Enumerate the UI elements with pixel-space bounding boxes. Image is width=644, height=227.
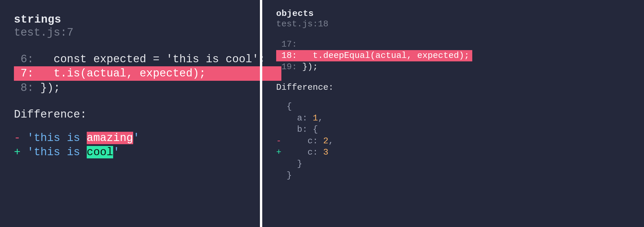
string-diff: - 'this is amazing' + 'this is cool'	[14, 131, 246, 159]
obj-key: c:	[281, 147, 323, 157]
obj-added-line: + c: 3	[276, 147, 630, 158]
minus-icon: -	[14, 132, 27, 144]
line-number: 6:	[14, 53, 34, 65]
comma: ,	[328, 136, 334, 146]
code-line: 19: });	[276, 61, 630, 73]
plus-icon: +	[276, 147, 281, 157]
difference-label: Difference:	[276, 83, 630, 92]
quote: '	[113, 146, 120, 158]
difference-label: Difference:	[14, 108, 246, 121]
obj-line: a: 1,	[276, 113, 630, 124]
diff-common-text: this is	[34, 146, 86, 158]
line-number: 17:	[276, 39, 297, 49]
obj-value: 2	[323, 136, 328, 146]
obj-key: c:	[281, 136, 323, 146]
code-snippet: 6: const expected = 'this is cool'; 7: t…	[14, 52, 246, 95]
code-text: t.deepEqual(actual, expected);	[297, 51, 469, 61]
line-number: 18:	[276, 51, 297, 61]
obj-line: }	[276, 170, 630, 182]
plus-icon: +	[14, 146, 27, 158]
obj-line: b: {	[276, 124, 630, 136]
obj-key: a:	[276, 113, 313, 123]
file-location: test.js:7	[14, 26, 246, 39]
diff-common-text: this is	[34, 132, 86, 144]
line-number: 19:	[276, 62, 297, 72]
obj-removed-line: - c: 2,	[276, 136, 630, 147]
test-title: objects	[276, 9, 630, 19]
quote: '	[27, 146, 34, 158]
pane-divider	[260, 0, 262, 227]
code-line: 8: });	[14, 81, 246, 95]
code-line-highlighted: 18: t.deepEqual(actual, expected);	[276, 50, 630, 61]
quote: '	[133, 132, 140, 144]
pane-strings: strings test.js:7 6: const expected = 't…	[0, 0, 260, 227]
code-text: const expected = 'this is cool';	[34, 53, 265, 65]
diff-added-word: cool	[87, 146, 113, 158]
obj-line: {	[276, 101, 630, 113]
object-diff: { a: 1, b: { - c: 2, + c: 3 } }	[276, 101, 630, 181]
quote: '	[27, 132, 34, 144]
diff-removed-line: - 'this is amazing'	[14, 131, 246, 145]
code-line: 17:	[276, 39, 630, 50]
comma: ,	[318, 113, 323, 123]
file-location: test.js:18	[276, 19, 630, 29]
minus-icon: -	[276, 136, 281, 146]
obj-line: }	[276, 158, 630, 170]
obj-value: 3	[323, 147, 328, 157]
test-title: strings	[14, 13, 246, 26]
diff-added-line: + 'this is cool'	[14, 145, 246, 160]
code-line-highlighted: 7: t.is(actual, expected);	[14, 66, 246, 80]
code-text: });	[34, 82, 60, 94]
code-line: 6: const expected = 'this is cool';	[14, 52, 246, 66]
obj-value: 1	[313, 113, 318, 123]
line-number: 7:	[14, 67, 34, 80]
line-number: 8:	[14, 82, 34, 94]
code-snippet: 17: 18: t.deepEqual(actual, expected); 1…	[276, 39, 630, 73]
code-text: });	[297, 62, 318, 72]
code-text: t.is(actual, expected);	[34, 67, 278, 80]
diff-removed-word: amazing	[87, 132, 133, 144]
pane-objects: objects test.js:18 17: 18: t.deepEqual(a…	[262, 0, 644, 227]
